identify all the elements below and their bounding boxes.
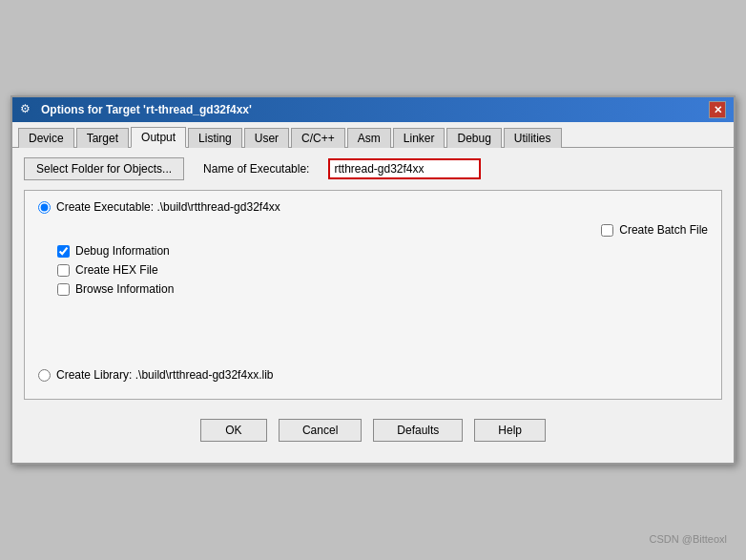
watermark: CSDN @Bitteoxl [650,533,727,545]
create-executable-label: Create Executable: .\build\rtthread-gd32… [56,200,280,214]
defaults-button[interactable]: Defaults [373,419,463,442]
content-area: Select Folder for Objects... Name of Exe… [12,148,734,463]
debug-info-checkbox[interactable] [57,245,70,258]
title-bar: ⚙ Options for Target 'rt-thread_gd32f4xx… [12,97,734,122]
tab-listing[interactable]: Listing [188,128,242,148]
create-hex-row: Create HEX File [57,263,708,277]
browse-info-checkbox[interactable] [57,283,70,296]
create-batch-label: Create Batch File [619,223,708,237]
title-bar-left: ⚙ Options for Target 'rt-thread_gd32f4xx… [20,102,252,117]
create-executable-row: Create Executable: .\build\rtthread-gd32… [38,200,708,214]
debug-info-row: Debug Information [57,244,708,258]
tab-utilities[interactable]: Utilities [504,128,562,148]
tab-linker[interactable]: Linker [393,128,446,148]
create-executable-radio[interactable] [38,201,51,214]
ok-button[interactable]: OK [200,419,267,442]
create-batch-file-row: Create Batch File [601,223,708,237]
create-hex-checkbox[interactable] [57,264,70,277]
help-button[interactable]: Help [474,419,546,442]
executable-label: Name of Executable: [203,162,309,176]
window-icon: ⚙ [20,102,35,117]
create-library-radio[interactable] [38,369,51,382]
tab-debug[interactable]: Debug [446,128,501,148]
tab-device[interactable]: Device [18,128,74,148]
create-library-label: Create Library: .\build\rtthread-gd32f4x… [56,368,273,382]
create-batch-checkbox[interactable] [601,224,613,237]
window-title: Options for Target 'rt-thread_gd32f4xx' [41,103,252,116]
close-button[interactable]: ✕ [709,101,726,118]
cancel-button[interactable]: Cancel [279,419,362,442]
browse-info-label: Browse Information [75,282,174,296]
tab-target[interactable]: Target [76,128,129,148]
inner-options: Debug Information Create HEX File Browse… [38,244,708,296]
tab-cpp[interactable]: C/C++ [291,128,345,148]
browse-info-row: Browse Information [57,282,708,296]
spacer [38,301,708,359]
executable-input[interactable] [328,158,481,179]
tab-asm[interactable]: Asm [347,128,391,148]
create-library-path: .\build\rtthread-gd32f4xx.lib [135,368,274,382]
options-panel: Create Executable: .\build\rtthread-gd32… [24,190,722,400]
create-executable-path: .\build\rtthread-gd32f4xx [156,200,280,214]
tab-output[interactable]: Output [131,127,186,148]
tabs-row: Device Target Output Listing User C/C++ … [12,122,734,148]
select-folder-button[interactable]: Select Folder for Objects... [24,157,184,180]
main-window: ⚙ Options for Target 'rt-thread_gd32f4xx… [10,95,736,465]
toolbar-row: Select Folder for Objects... Name of Exe… [24,157,722,180]
bottom-buttons: OK Cancel Defaults Help [24,409,722,453]
debug-info-label: Debug Information [75,244,170,258]
tab-user[interactable]: User [244,128,289,148]
create-hex-label: Create HEX File [75,263,158,277]
create-library-row: Create Library: .\build\rtthread-gd32f4x… [38,368,708,382]
